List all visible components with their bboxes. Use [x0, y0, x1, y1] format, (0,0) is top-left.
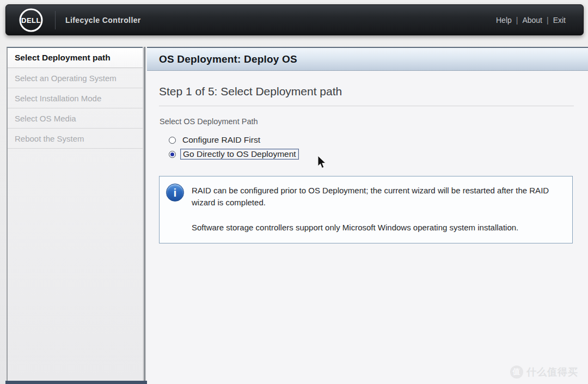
deployment-path-label: Select OS Deployment Path — [160, 117, 588, 126]
main-content: OS Deployment: Deploy OS Step 1 of 5: Se… — [147, 47, 588, 384]
page-title: OS Deployment: Deploy OS — [159, 53, 297, 65]
link-separator: | — [547, 16, 549, 25]
svg-text:DELL: DELL — [21, 16, 41, 25]
sidebar-item-select-installation-mode: Select Installation Mode — [8, 88, 143, 108]
info-paragraph-software: Software storage controllers support onl… — [192, 222, 564, 234]
link-separator: | — [516, 16, 518, 25]
go-directly-radio[interactable] — [169, 151, 176, 158]
sidebar-item-label: Select Installation Mode — [15, 94, 101, 103]
exit-link[interactable]: Exit — [553, 16, 566, 25]
sidebar-item-select-os-media: Select OS Media — [8, 108, 143, 129]
sidebar-item-select-deployment-path[interactable]: Select Deployment path — [8, 48, 143, 68]
sidebar-bottom-strip — [5, 381, 147, 384]
sidebar-item-reboot-the-system: Reboot the System — [8, 129, 143, 149]
top-bar: DELL Lifecycle Controller Help | About |… — [5, 4, 584, 35]
deployment-path-radio-group: Configure RAID First Go Directly to OS D… — [169, 133, 588, 161]
info-icon: i — [166, 184, 184, 202]
radio-row-go-directly[interactable]: Go Directly to OS Deployment — [169, 147, 588, 161]
topbar-links: Help | About | Exit — [496, 16, 566, 25]
configure-raid-radio[interactable] — [169, 137, 176, 144]
topbar-divider — [55, 11, 56, 29]
sidebar-item-label: Select an Operating System — [15, 74, 117, 83]
sidebar-main-divider — [143, 47, 147, 384]
info-paragraph-raid: RAID can be configured prior to OS Deplo… — [192, 185, 564, 209]
about-link[interactable]: About — [522, 16, 542, 25]
smzdm-watermark-text: 什么值得买 — [526, 365, 578, 379]
info-message-text: RAID can be configured prior to OS Deplo… — [192, 184, 564, 243]
smzdm-badge-icon: 值 — [510, 365, 523, 379]
sidebar-item-select-operating-system: Select an Operating System — [8, 68, 143, 88]
smzdm-watermark: 值 什么值得买 — [510, 365, 578, 379]
page-header: OS Deployment: Deploy OS — [147, 47, 588, 71]
step-heading: Step 1 of 5: Select Deployment path — [159, 85, 588, 98]
sidebar-item-label: Reboot the System — [15, 134, 84, 143]
sidebar-item-label: Select Deployment path — [15, 53, 111, 63]
sidebar-item-label: Select OS Media — [15, 114, 76, 123]
go-directly-label[interactable]: Go Directly to OS Deployment — [180, 149, 299, 160]
mouse-cursor — [317, 156, 327, 169]
help-link[interactable]: Help — [496, 16, 512, 25]
configure-raid-label[interactable]: Configure RAID First — [180, 135, 262, 145]
info-message-box: i RAID can be configured prior to OS Dep… — [159, 176, 573, 243]
radio-row-configure-raid[interactable]: Configure RAID First — [169, 133, 588, 147]
wizard-steps-sidebar: Select Deployment path Select an Operati… — [7, 47, 143, 381]
step-divider — [159, 106, 574, 106]
dell-logo-icon: DELL — [18, 7, 44, 33]
app-title: Lifecycle Controller — [65, 16, 141, 25]
